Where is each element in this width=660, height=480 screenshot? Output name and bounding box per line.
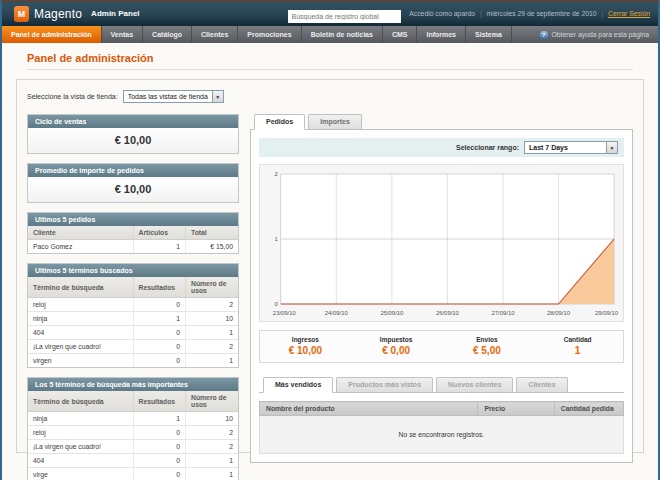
search-uses: 1 bbox=[186, 468, 239, 480]
separator: | bbox=[601, 10, 603, 17]
search-results: 0 bbox=[133, 298, 186, 312]
table-row[interactable]: 404 0 1 bbox=[28, 454, 238, 468]
top-search-table: Término de búsqueda Resultados Número de… bbox=[28, 391, 238, 480]
search-uses: 10 bbox=[186, 312, 239, 326]
nav-item-clientes[interactable]: Clientes bbox=[192, 26, 238, 43]
metric-value: € 0,00 bbox=[351, 345, 442, 356]
tab-importes[interactable]: Importes bbox=[308, 114, 362, 129]
table-row[interactable]: 404 0 1 bbox=[28, 326, 238, 340]
search-uses: 10 bbox=[186, 412, 239, 426]
search-uses: 1 bbox=[186, 326, 239, 340]
nav-item-promociones[interactable]: Promociones bbox=[238, 26, 301, 43]
table-row[interactable]: ninja 1 10 bbox=[28, 312, 238, 326]
column-header: Cliente bbox=[28, 226, 133, 240]
top-search-title: Los 5 términos de búsqueda más important… bbox=[28, 378, 238, 391]
table-row[interactable]: virgen 0 1 bbox=[28, 354, 238, 368]
table-row[interactable]: ninja 1 10 bbox=[28, 412, 238, 426]
lifetime-sales-box: Ciclo de ventas € 10,00 bbox=[27, 114, 239, 154]
metric-label: Impuestos bbox=[351, 336, 442, 343]
store-view-value: Todas las vistas de tienda bbox=[124, 91, 212, 102]
column-header: Término de búsqueda bbox=[28, 391, 133, 412]
search-term: virgen bbox=[28, 354, 133, 368]
search-results: 0 bbox=[133, 354, 186, 368]
magento-logo-icon: M bbox=[14, 6, 29, 22]
nav-item-informes[interactable]: Informes bbox=[417, 26, 466, 43]
column-header: Nombre del producto bbox=[260, 402, 478, 416]
last-orders-title: Ultimos 5 pedidos bbox=[28, 213, 238, 226]
tab-productos-mas-vistos[interactable]: Productos más vistos bbox=[336, 377, 433, 392]
nav-item-dashboard[interactable]: Panel de administración bbox=[2, 26, 102, 43]
column-header: Cantidad pedida bbox=[554, 402, 623, 416]
session-date: miércoles 29 de septiembre de 2010 bbox=[487, 10, 597, 17]
help-link[interactable]: ? Obtener ayuda para esta página bbox=[540, 26, 659, 43]
metric-value: € 5,00 bbox=[442, 345, 533, 356]
metric-cantidad: Cantidad 1 bbox=[532, 336, 623, 356]
last-search-box: Ultimos 5 términos buscados Término de b… bbox=[27, 263, 239, 368]
column-header: Total bbox=[186, 226, 239, 240]
search-term: 404 bbox=[28, 454, 133, 468]
average-orders-title: Promedio de importe de pedidos bbox=[28, 164, 238, 177]
table-row[interactable]: Paco Gomez 1 € 15,00 bbox=[28, 240, 238, 254]
tab-nuevos-clientes[interactable]: Nuevos clientes bbox=[436, 377, 513, 392]
column-header: Término de búsqueda bbox=[28, 277, 133, 298]
empty-message: No se encontraron registros. bbox=[260, 416, 624, 454]
metric-label: Ingresos bbox=[260, 336, 351, 343]
tab-pedidos[interactable]: Pedidos bbox=[254, 114, 305, 130]
nav-item-ventas[interactable]: Ventas bbox=[102, 26, 144, 43]
search-results: 0 bbox=[133, 440, 186, 454]
nav-item-catalogo[interactable]: Catálogo bbox=[143, 26, 192, 43]
svg-text:24/09/10: 24/09/10 bbox=[325, 310, 349, 316]
orders-chart: 01223/09/1024/09/1025/09/1026/09/1027/09… bbox=[263, 168, 620, 318]
svg-text:25/09/10: 25/09/10 bbox=[380, 310, 404, 316]
order-total: € 15,00 bbox=[186, 240, 239, 254]
column-header: Número de usos bbox=[186, 391, 239, 412]
tab-mas-vendidos[interactable]: Más vendidos bbox=[263, 377, 333, 393]
range-value: Last 7 Days bbox=[525, 142, 606, 153]
search-uses: 2 bbox=[186, 426, 239, 440]
chevron-down-icon: ▼ bbox=[606, 142, 617, 153]
search-results: 0 bbox=[133, 426, 186, 440]
nav-item-cms[interactable]: CMS bbox=[383, 26, 418, 43]
logo-subtext: Admin Panel bbox=[91, 9, 139, 18]
search-term: 404 bbox=[28, 326, 133, 340]
dashboard-main: Pedidos Importes Seleccionar rango: Last… bbox=[250, 114, 633, 480]
nav-item-sistema[interactable]: Sistema bbox=[466, 26, 512, 43]
column-header: Número de usos bbox=[186, 277, 239, 298]
title-divider bbox=[27, 69, 633, 70]
stats-sidebar: Ciclo de ventas € 10,00 Promedio de impo… bbox=[27, 114, 239, 480]
last-orders-table: Cliente Artículos Total Paco Gomez 1 € 1… bbox=[28, 226, 238, 253]
table-row[interactable]: ¡La virgen que cuadro! 0 2 bbox=[28, 340, 238, 354]
logo-text: Magento bbox=[34, 7, 82, 21]
content-area: Panel de administración Seleccione la vi… bbox=[2, 43, 658, 453]
svg-text:27/09/10: 27/09/10 bbox=[491, 310, 515, 316]
last-search-table: Término de búsqueda Resultados Número de… bbox=[28, 277, 238, 367]
nav-item-boletin[interactable]: Boletín de noticias bbox=[302, 26, 383, 43]
search-uses: 2 bbox=[186, 298, 239, 312]
search-results: 0 bbox=[133, 340, 186, 354]
search-uses: 2 bbox=[186, 440, 239, 454]
table-row[interactable]: reloj 0 2 bbox=[28, 426, 238, 440]
search-results: 0 bbox=[133, 468, 186, 480]
search-term: reloj bbox=[28, 426, 133, 440]
chart-container: 01223/09/1024/09/1025/09/1026/09/1027/09… bbox=[259, 164, 624, 322]
average-orders-value: € 10,00 bbox=[28, 177, 238, 202]
search-term: ninja bbox=[28, 312, 133, 326]
column-header: Resultados bbox=[133, 277, 186, 298]
table-row[interactable]: virge 0 1 bbox=[28, 468, 238, 480]
search-uses: 1 bbox=[186, 454, 239, 468]
main-navigation: Panel de administración Ventas Catálogo … bbox=[2, 26, 658, 43]
table-row[interactable]: ¡La virgen que cuadro! 0 2 bbox=[28, 440, 238, 454]
metric-label: Envíos bbox=[442, 336, 533, 343]
logout-link[interactable]: Cerrar Sesión bbox=[608, 10, 650, 17]
table-row[interactable]: reloj 0 2 bbox=[28, 298, 238, 312]
metrics-row: Ingresos € 10,00 Impuestos € 0,00 Envíos… bbox=[259, 330, 624, 363]
store-view-label: Seleccione la vista de tienda: bbox=[27, 93, 118, 100]
tab-clientes[interactable]: Clientes bbox=[516, 377, 567, 392]
global-search-input[interactable] bbox=[288, 10, 401, 23]
store-view-row: Seleccione la vista de tienda: Todas las… bbox=[27, 90, 633, 103]
svg-text:23/09/10: 23/09/10 bbox=[273, 310, 297, 316]
store-view-select[interactable]: Todas las vistas de tienda ▼ bbox=[123, 90, 224, 103]
range-select[interactable]: Last 7 Days ▼ bbox=[524, 141, 618, 154]
help-label: Obtener ayuda para esta página bbox=[552, 31, 650, 38]
range-label: Seleccionar rango: bbox=[456, 144, 519, 151]
